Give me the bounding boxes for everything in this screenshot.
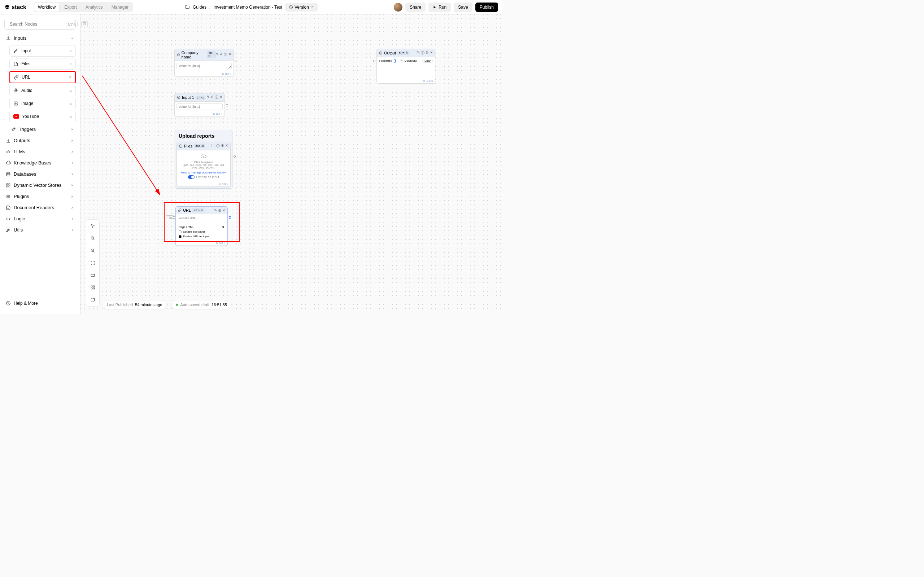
edit-icon[interactable]: ✎ [216, 52, 219, 57]
close-icon[interactable]: ✕ [225, 143, 228, 148]
close-icon[interactable]: ✕ [430, 50, 433, 56]
breadcrumb-file[interactable]: Investment Memo Generation - Test [213, 5, 282, 10]
checkbox-unchecked[interactable] [179, 230, 181, 233]
fit-tool[interactable] [89, 259, 97, 267]
info-icon[interactable]: ⓘ [421, 50, 425, 56]
toggle-on[interactable] [394, 59, 395, 63]
expose-toggle-row[interactable]: Expose as input [180, 175, 228, 179]
node-item-audio[interactable]: Audio ≡ [10, 85, 76, 96]
output-port[interactable] [235, 60, 237, 62]
url-opt-scrape[interactable]: Scrape subpages [179, 229, 225, 234]
files-dropzone[interactable]: Click to upload (.pdf, .doc, .docx, .txt… [177, 150, 230, 182]
edit-icon[interactable]: ✎ [214, 208, 217, 213]
close-icon[interactable]: ✕ [222, 208, 225, 213]
url-select[interactable]: Page HTML ⇅ [179, 225, 225, 229]
nav-tab-analytics[interactable]: Analytics [82, 3, 107, 11]
search-box[interactable]: CtrlK [4, 19, 76, 29]
frame-tool[interactable] [89, 271, 97, 279]
nav-tab-workflow[interactable]: Workflow [34, 3, 59, 11]
subcat-triggers[interactable]: Triggers [4, 124, 76, 135]
cat-outputs[interactable]: Outputs [4, 135, 76, 146]
cat-databases[interactable]: Databases [4, 168, 76, 180]
status-autosave: Auto-saved draft 16:51:35 [171, 300, 232, 309]
logo[interactable]: stack [4, 4, 26, 10]
node-output[interactable]: Output out-0 ✎ ⓘ ⚙ ✕ Formatted | ⎘ Downl… [376, 49, 435, 84]
node-item-image[interactable]: Image ≡ [10, 98, 76, 109]
zoom-out-tool[interactable] [89, 246, 97, 255]
info-icon[interactable]: ⓘ [215, 95, 218, 100]
nav-tab-manager[interactable]: Manager [108, 3, 132, 11]
node-company-name[interactable]: Company name in-0 ✎ ✐ ⓘ ✕ ⊘ 0.0 s [174, 49, 234, 77]
node-item-input[interactable]: Input ≡ [10, 45, 76, 56]
info-icon[interactable]: ⓘ [216, 143, 220, 148]
node-url[interactable]: URL url-0 ✎ ⚙ ✕ Website URL Page HTML ⇅ … [175, 206, 228, 246]
gear-icon[interactable]: ⚙ [221, 143, 224, 148]
rename-icon[interactable]: ✐ [220, 52, 223, 57]
node-item-files[interactable]: Files ≡ [10, 58, 76, 69]
node-group-upload[interactable]: Upload reports Files doc-0 ⛶ ⓘ ⚙ ✕ Click… [175, 130, 233, 189]
close-icon[interactable]: ✕ [220, 95, 222, 100]
run-button[interactable]: Run [428, 3, 451, 12]
breadcrumb-folder[interactable]: Guides [193, 5, 207, 10]
cat-knowledge[interactable]: Knowledge Bases [4, 157, 76, 168]
publish-button[interactable]: Publish [475, 3, 498, 12]
info-icon[interactable]: ⓘ [224, 52, 228, 57]
expand-icon[interactable]: ⛶ [212, 143, 215, 148]
chevron-updown-icon [310, 5, 314, 9]
edit-icon[interactable]: ✎ [207, 95, 210, 100]
output-port[interactable] [234, 155, 236, 158]
node-badge: in-1 [195, 95, 205, 100]
node-input1[interactable]: Input 1 in-1 ✎ ✐ ⓘ ✕ ⊘ 0.0 s [174, 93, 225, 117]
cat-llms[interactable]: LLMs [4, 146, 76, 157]
gear-icon[interactable]: ⚙ [218, 208, 221, 213]
svg-rect-3 [15, 89, 16, 91]
node-input-field[interactable] [176, 103, 223, 110]
clear-button[interactable]: Clear [422, 59, 433, 63]
canvas[interactable]: Company name in-0 ✎ ✐ ⓘ ✕ ⊘ 0.0 s Input … [81, 15, 502, 314]
drag-icon: ≡ [69, 49, 72, 53]
download-label[interactable]: Download [405, 59, 418, 62]
cat-header-inputs[interactable]: Inputs [4, 32, 76, 44]
rename-icon[interactable]: ✐ [211, 95, 214, 100]
cat-readers[interactable]: Document Readers [4, 202, 76, 213]
node-header[interactable]: Files doc-0 ⛶ ⓘ ⚙ ✕ [177, 142, 230, 150]
cursor-tool[interactable] [89, 222, 97, 230]
avatar[interactable] [394, 3, 402, 11]
node-header[interactable]: URL url-0 ✎ ⚙ ✕ [176, 206, 228, 214]
chevron-right-icon [70, 217, 74, 221]
node-item-youtube[interactable]: YouTube ≡ [10, 111, 76, 122]
toggle-on[interactable] [188, 175, 195, 179]
share-button[interactable]: Share [405, 3, 426, 12]
node-badge: url-0 [192, 208, 204, 213]
grid-tool[interactable] [89, 283, 97, 292]
url-opt-enable[interactable]: Enable URL as input [179, 234, 225, 239]
node-files[interactable]: Files doc-0 ⛶ ⓘ ⚙ ✕ Click to upload (.pd… [176, 142, 231, 187]
node-header[interactable]: Output out-0 ✎ ⓘ ⚙ ✕ [377, 49, 435, 57]
cat-vector[interactable]: Dynamic Vector Stores [4, 180, 76, 191]
pencil-icon [13, 48, 18, 53]
search-input[interactable] [10, 22, 64, 27]
help-link[interactable]: Help & More [4, 297, 76, 309]
gear-icon[interactable]: ⚙ [426, 50, 429, 56]
node-textarea[interactable] [176, 63, 232, 69]
checkbox-checked[interactable] [179, 235, 181, 238]
edit-icon[interactable]: ✎ [417, 50, 420, 56]
version-button[interactable]: Version [285, 3, 318, 11]
output-port[interactable] [229, 216, 231, 219]
node-header[interactable]: Company name in-0 ✎ ✐ ⓘ ✕ [175, 49, 234, 61]
close-icon[interactable]: ✕ [228, 52, 231, 57]
nav-tab-export[interactable]: Export [61, 3, 81, 11]
minimap-tool[interactable] [89, 295, 97, 304]
node-item-url[interactable]: URL ≡ [10, 71, 76, 83]
zoom-in-tool[interactable] [89, 234, 97, 243]
url-input-line[interactable] [179, 220, 225, 223]
output-port[interactable] [226, 104, 228, 106]
save-button[interactable]: Save [454, 3, 472, 12]
copy-icon[interactable]: ⎘ [401, 59, 402, 62]
node-header[interactable]: Input 1 in-1 ✎ ✐ ⓘ ✕ [175, 93, 225, 102]
cat-logic[interactable]: Logic [4, 213, 76, 224]
files-api-link[interactable]: How to manage documents via API [180, 171, 228, 174]
cat-utils[interactable]: Utils [4, 224, 76, 235]
cat-plugins[interactable]: Plugins [4, 191, 76, 202]
input-port[interactable] [373, 60, 375, 62]
